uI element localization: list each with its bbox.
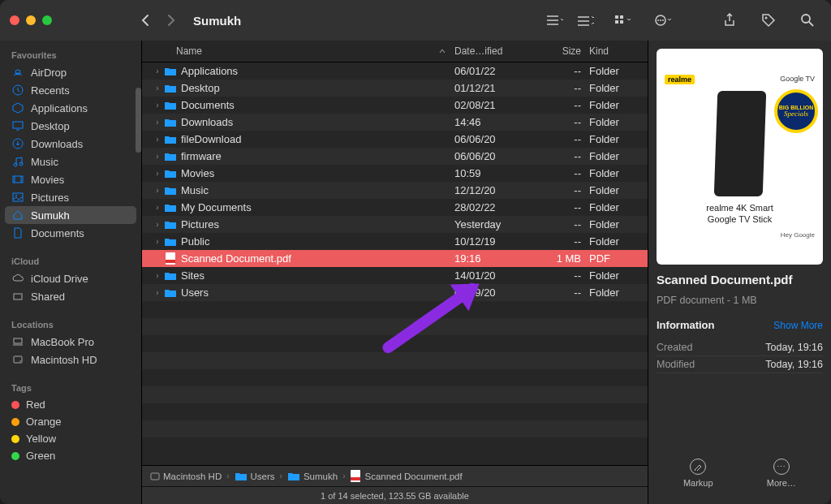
sidebar-item-pictures[interactable]: Pictures <box>5 188 136 206</box>
disclosure-icon[interactable]: › <box>152 152 163 161</box>
forward-button[interactable] <box>161 10 182 31</box>
info-key: Modified <box>657 359 695 370</box>
sidebar-item-movies[interactable]: Movies <box>5 170 136 188</box>
disclosure-icon[interactable]: › <box>152 101 163 110</box>
sidebar-label: Yellow <box>26 433 56 445</box>
disclosure-icon[interactable]: › <box>152 135 163 144</box>
col-kind[interactable]: Kind <box>589 45 638 57</box>
col-name[interactable]: Name <box>176 45 202 57</box>
disclosure-icon[interactable]: › <box>152 169 163 178</box>
column-headers[interactable]: Name Date…ified Size Kind <box>142 41 648 62</box>
share-icon[interactable] <box>716 10 743 31</box>
sidebar-item-documents[interactable]: Documents <box>5 224 136 242</box>
file-date: 02/08/21 <box>454 99 539 111</box>
file-name: Desktop <box>178 82 454 94</box>
file-size: -- <box>539 150 589 162</box>
more-action[interactable]: ⋯ More… <box>753 459 810 488</box>
file-row[interactable]: ›Movies10:59--Folder <box>142 165 648 182</box>
file-kind: Folder <box>589 133 638 145</box>
path-segment[interactable]: Sumukh <box>287 472 338 481</box>
titlebar: Sumukh <box>0 0 831 41</box>
file-kind: Folder <box>589 116 638 128</box>
disclosure-icon[interactable]: › <box>152 288 163 297</box>
file-row[interactable]: ›My Documents28/02/22--Folder <box>142 199 648 216</box>
view-list-icon[interactable] <box>540 10 568 31</box>
info-value: Today, 19:16 <box>765 359 823 370</box>
disclosure-icon[interactable]: › <box>152 186 163 195</box>
path-icon <box>287 472 300 481</box>
sidebar-item-shared[interactable]: Shared <box>5 287 136 305</box>
sidebar-item-macbook-pro[interactable]: MacBook Pro <box>5 333 136 351</box>
file-row[interactable]: ›Downloads14:46--Folder <box>142 114 648 131</box>
sidebar-item-applications[interactable]: Applications <box>5 99 136 117</box>
show-more-link[interactable]: Show More <box>773 320 823 331</box>
disclosure-icon[interactable]: › <box>152 67 163 75</box>
file-row[interactable]: ›fileDownload06/06/20--Folder <box>142 131 648 148</box>
sidebar-item-downloads[interactable]: Downloads <box>5 135 136 153</box>
file-row[interactable]: ›Sites14/01/20--Folder <box>142 267 648 284</box>
disclosure-icon[interactable]: › <box>152 220 163 229</box>
file-row[interactable]: ›Users04/09/20--Folder <box>142 284 648 301</box>
sidebar-item-music[interactable]: Music <box>5 153 136 170</box>
zoom-button[interactable] <box>42 15 52 25</box>
sidebar-item-airdrop[interactable]: AirDrop <box>5 63 136 81</box>
file-row[interactable]: ›Music12/12/20--Folder <box>142 182 648 199</box>
disclosure-icon[interactable]: › <box>152 271 163 280</box>
sidebar-item-green[interactable]: Green <box>5 447 136 464</box>
disclosure-icon[interactable]: › <box>152 118 163 127</box>
file-size: -- <box>539 133 589 145</box>
close-button[interactable] <box>10 15 19 25</box>
sidebar-item-sumukh[interactable]: Sumukh <box>5 206 136 224</box>
sidebar-item-yellow[interactable]: Yellow <box>5 430 136 447</box>
view-options-icon[interactable] <box>610 10 638 31</box>
brand-left: realme <box>665 75 695 84</box>
folder-icon <box>163 118 178 127</box>
file-row[interactable]: Scanned Document.pdf19:161 MBPDF <box>142 250 648 267</box>
file-row[interactable]: ›PicturesYesterday--Folder <box>142 216 648 233</box>
file-kind: Folder <box>589 150 638 162</box>
path-segment[interactable]: Macintosh HD <box>150 472 222 481</box>
search-icon[interactable] <box>794 10 821 31</box>
scrollbar[interactable] <box>136 88 141 153</box>
preview-thumbnail[interactable]: realme Google TV BIG BILLION Specials re… <box>657 49 823 265</box>
sidebar-item-orange[interactable]: Orange <box>5 413 136 430</box>
path-segment[interactable]: Users <box>235 472 275 481</box>
file-row[interactable]: ›Applications06/01/22--Folder <box>142 62 648 80</box>
sidebar-item-recents[interactable]: Recents <box>5 81 136 99</box>
markup-action[interactable]: Markup <box>670 459 726 488</box>
path-bar[interactable]: Macintosh HD›Users›Sumukh›Scanned Docume… <box>142 465 648 486</box>
svg-rect-1 <box>615 15 618 19</box>
file-row[interactable]: ›firmware06/06/20--Folder <box>142 148 648 165</box>
file-row[interactable]: ›Desktop01/12/21--Folder <box>142 80 648 97</box>
doc-icon <box>11 226 24 239</box>
home-icon <box>11 209 24 222</box>
svg-point-19 <box>15 195 17 196</box>
sidebar-label: Documents <box>31 227 84 239</box>
file-date: 10:59 <box>454 167 539 179</box>
sidebar[interactable]: FavouritesAirDropRecentsApplicationsDesk… <box>0 41 142 504</box>
folder-icon <box>163 135 178 144</box>
minimize-button[interactable] <box>26 15 36 25</box>
sidebar-item-desktop[interactable]: Desktop <box>5 117 136 135</box>
sidebar-label: Orange <box>26 416 61 428</box>
assistant-label: Hey Google <box>781 231 815 239</box>
back-button[interactable] <box>135 10 156 31</box>
file-name: My Documents <box>178 201 454 213</box>
sidebar-item-red[interactable]: Red <box>5 396 136 413</box>
sidebar-item-icloud-drive[interactable]: iCloud Drive <box>5 269 136 287</box>
tags-icon[interactable] <box>755 10 782 31</box>
file-row[interactable]: ›Public10/12/19--Folder <box>142 233 648 250</box>
col-size[interactable]: Size <box>539 45 589 57</box>
disclosure-icon[interactable]: › <box>152 203 163 212</box>
folder-icon <box>163 152 178 162</box>
sidebar-item-macintosh-hd[interactable]: Macintosh HD <box>5 351 136 368</box>
col-date[interactable]: Date…ified <box>454 45 539 57</box>
action-menu-icon[interactable] <box>649 10 677 31</box>
file-list[interactable]: ›Applications06/01/22--Folder›Desktop01/… <box>142 62 648 465</box>
disclosure-icon[interactable]: › <box>152 84 163 93</box>
path-segment[interactable]: Scanned Document.pdf <box>350 470 462 482</box>
view-group-icon[interactable] <box>571 10 599 31</box>
file-row[interactable]: ›Documents02/08/21--Folder <box>142 97 648 114</box>
disclosure-icon[interactable]: › <box>152 237 163 246</box>
empty-row <box>142 369 648 386</box>
